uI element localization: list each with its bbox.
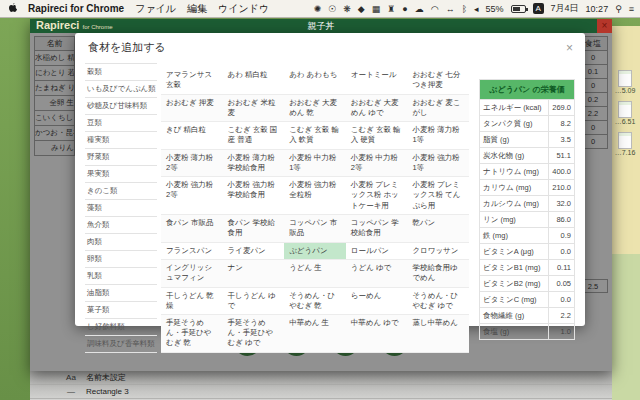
ingredient-cell[interactable]: 中華めん ゆで <box>346 315 408 353</box>
ingredient-cell[interactable]: 手延そうめん・手延ひやむぎ 乾 <box>161 315 223 353</box>
category-item[interactable]: 穀類 <box>85 63 157 81</box>
ingredient-cell[interactable]: 小麦粉 薄力粉 1等 <box>407 122 469 150</box>
category-item[interactable]: 油脂類 <box>85 285 157 302</box>
ingredient-cell[interactable]: うどん ゆで <box>346 259 408 287</box>
ingredient-cell-selected[interactable]: ぶどうパン <box>284 242 346 259</box>
ingredient-cell[interactable]: 小麦粉 強力粉 学校給食用 <box>223 177 285 215</box>
ingredient-cell[interactable]: ライ麦パン <box>223 242 285 259</box>
category-item[interactable]: 卵類 <box>85 251 157 268</box>
category-item[interactable]: いも及びでんぷん類 <box>85 81 157 98</box>
arrows-icon[interactable]: ↔ <box>446 4 455 14</box>
ingredient-cell[interactable]: 小麦粉 プレミックス粉 ホットケーキ用 <box>346 177 408 215</box>
ingredient-cell[interactable]: オートミール <box>346 67 408 94</box>
ingredient-cell[interactable]: 小麦粉 強力粉 全粒粉 <box>284 177 346 215</box>
battery-icon[interactable] <box>511 5 526 13</box>
category-item[interactable]: 菓子類 <box>85 302 157 319</box>
paw-icon[interactable]: ✺ <box>314 4 322 14</box>
ingredient-cell[interactable]: 手延そうめん・手延ひやむぎ ゆで <box>223 315 285 353</box>
ingredient-cell[interactable]: こむぎ 玄穀 輸入 軟質 <box>284 122 346 150</box>
category-item[interactable]: 肉類 <box>85 234 157 251</box>
ingredient-cell[interactable]: こむぎ 玄穀 国産 普通 <box>223 122 285 150</box>
menu-file[interactable]: ファイル <box>135 2 176 16</box>
ingredient-cell[interactable]: コッペパン 市販品 <box>284 215 346 243</box>
ingredient-cell[interactable]: きび 精白粒 <box>161 122 223 150</box>
ingredient-cell[interactable]: 小麦粉 中力粉 2等 <box>346 149 408 177</box>
ingredient-cell[interactable]: 中華めん 生 <box>284 315 346 353</box>
ingredient-cell[interactable]: フランスパン <box>161 242 223 259</box>
ingredient-cell[interactable]: 小麦粉 強力粉 2等 <box>161 177 223 215</box>
category-item[interactable]: し好飲料類 <box>85 319 157 336</box>
ingredient-cell[interactable]: おおむぎ 麦こがし <box>407 94 469 122</box>
category-item[interactable]: 乳類 <box>85 268 157 285</box>
ingredient-cell[interactable]: 乾パン <box>407 215 469 243</box>
wifi-icon[interactable]: ◠ <box>431 4 439 14</box>
shield-icon[interactable]: ♜ <box>387 4 395 14</box>
ingredient-cell[interactable]: 小麦粉 強力粉 1等 <box>407 149 469 177</box>
file-label: …7.16 <box>612 149 638 157</box>
category-item[interactable]: 野菜類 <box>85 149 157 166</box>
printer-icon[interactable]: ▦ <box>372 4 381 14</box>
bell-icon[interactable]: ◆ <box>358 4 365 14</box>
category-item[interactable]: きのこ類 <box>85 183 157 200</box>
window-close-button[interactable]: × <box>597 19 612 33</box>
ingredient-cell[interactable]: 小麦粉 薄力粉 2等 <box>161 149 223 177</box>
menu-app-name[interactable]: Rapireci for Chrome <box>28 3 124 14</box>
modal-close-icon[interactable]: × <box>566 43 573 53</box>
ingredient-cell[interactable]: ナン <box>223 259 285 287</box>
menu-window[interactable]: ウインドウ <box>218 2 269 16</box>
ingredient-cell[interactable]: クロワッサン <box>407 242 469 259</box>
category-item[interactable]: 砂糖及び甘味料類 <box>85 98 157 115</box>
ingredient-cell[interactable]: うどん 生 <box>284 259 346 287</box>
ingredient-cell[interactable]: 干しうどん ゆで <box>223 287 285 315</box>
menu-time[interactable]: 10:27 <box>586 4 609 14</box>
category-item[interactable]: 調味料及び香辛料類 <box>85 336 157 353</box>
volume-icon[interactable]: ◂ <box>474 4 479 14</box>
ingredient-cell[interactable]: 小麦粉 薄力粉 学校給食用 <box>223 149 285 177</box>
ingredient-cell[interactable]: そうめん・ひやむぎ 乾 <box>284 287 346 315</box>
ingredient-cell[interactable]: 学校給食用ゆでめん <box>407 259 469 287</box>
category-item[interactable]: 魚介類 <box>85 217 157 234</box>
ingredient-cell[interactable]: イングリッシュマフィン <box>161 259 223 287</box>
ingredient-cell[interactable]: おおむぎ 七分つき押麦 <box>407 67 469 94</box>
ingredient-cell[interactable]: 蒸し中華めん <box>407 315 469 353</box>
ingredient-cell[interactable]: あわ あわもち <box>284 67 346 94</box>
ingredient-cell[interactable]: らーめん <box>346 287 408 315</box>
menu-edit[interactable]: 編集 <box>187 2 207 16</box>
spotlight-icon[interactable]: ⚲ <box>615 4 622 14</box>
apple-menu-icon[interactable] <box>8 2 17 15</box>
desktop-file-icon[interactable]: …6.51 <box>612 101 638 126</box>
ingredient-cell[interactable]: 食パン 学校給食用 <box>223 215 285 243</box>
ingredient-cell[interactable]: おおむぎ 米粒麦 <box>223 94 285 122</box>
ingredient-cell[interactable]: あわ 精白粒 <box>223 67 285 94</box>
category-item[interactable]: 果実類 <box>85 166 157 183</box>
ingredient-cell[interactable]: ロールパン <box>346 242 408 259</box>
ingredient-cell[interactable]: こむぎ 玄穀 輸入 硬質 <box>346 122 408 150</box>
ingredient-cell[interactable]: アマランサス 玄穀 <box>161 67 223 94</box>
layers-panel-item[interactable]: Aa名前未設定 <box>30 371 612 385</box>
desktop-file-icon[interactable]: …5.09 <box>612 70 638 95</box>
input-source-icon[interactable]: A <box>533 3 544 14</box>
layers-panel-item[interactable]: —Rectangle 3 <box>30 385 612 399</box>
cloud-icon[interactable]: ☁ <box>415 4 424 14</box>
ingredient-cell[interactable]: そうめん・ひやむぎ ゆで <box>407 287 469 315</box>
flower-icon[interactable]: ❋ <box>343 4 351 14</box>
bluetooth-icon[interactable]: ᛒ <box>462 4 467 14</box>
ingredient-cell[interactable]: おおむぎ 押麦 <box>161 94 223 122</box>
notification-icon[interactable]: ● <box>402 4 407 14</box>
ingredient-cell[interactable]: コッペパン 学校給食用 <box>346 215 408 243</box>
globe-icon[interactable]: ☉ <box>328 4 336 14</box>
ingredient-cell[interactable]: おおむぎ 大麦めん ゆで <box>346 94 408 122</box>
ingredient-cell[interactable]: 干しうどん 乾燥 <box>161 287 223 315</box>
ingredient-cell[interactable]: 小麦粉 プレミックス粉 てんぷら用 <box>407 177 469 215</box>
nutrition-label: 炭水化物 (g) <box>480 148 549 164</box>
category-item[interactable]: 藻類 <box>85 200 157 217</box>
ingredient-cell[interactable]: 食パン 市販品 <box>161 215 223 243</box>
ingredient-cell[interactable]: おおむぎ 大麦めん 乾 <box>284 94 346 122</box>
desktop-file-icon[interactable]: …7.16 <box>612 132 638 157</box>
ingredient-cell[interactable]: 小麦粉 中力粉 1等 <box>284 149 346 177</box>
layers-item-label: 名前未設定 <box>86 372 126 383</box>
category-item[interactable]: 豆類 <box>85 115 157 132</box>
menu-date[interactable]: 7月4日 <box>551 2 579 15</box>
category-item[interactable]: 種実類 <box>85 132 157 149</box>
notification-center-icon[interactable]: ≡ <box>629 4 634 14</box>
